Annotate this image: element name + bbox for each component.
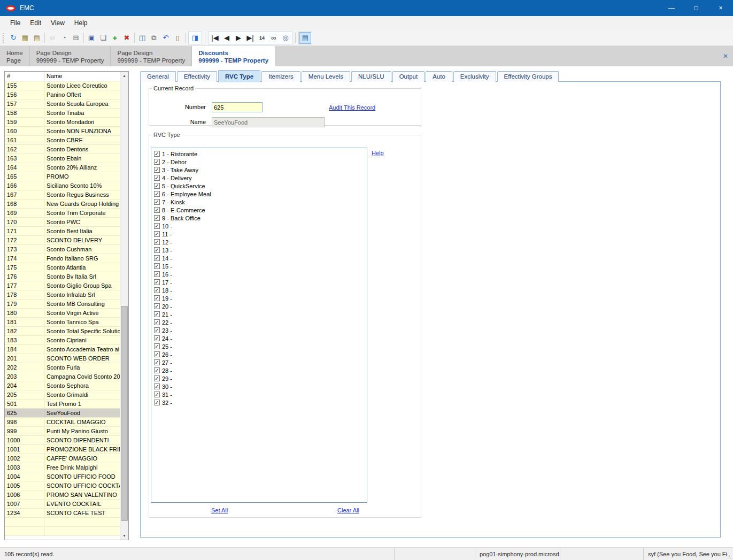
undo-icon[interactable]: ↶ bbox=[160, 32, 172, 44]
rvc-type-item[interactable]: ✓11 - bbox=[152, 230, 366, 238]
checkbox-icon[interactable]: ✓ bbox=[154, 271, 160, 277]
checkbox-icon[interactable]: ✓ bbox=[154, 351, 160, 357]
previous-record-icon[interactable]: ◀ bbox=[221, 32, 233, 44]
print-icon[interactable]: ⊟ bbox=[70, 32, 82, 44]
delete-record-icon[interactable]: ✖ bbox=[121, 32, 133, 44]
rvc-type-item[interactable]: ✓21 - bbox=[152, 310, 366, 318]
rvc-type-item[interactable]: ✓4 - Delivery bbox=[152, 174, 366, 182]
menu-item-view[interactable]: View bbox=[46, 17, 70, 29]
table-row[interactable]: 168New Guards Group Holding . bbox=[5, 200, 128, 209]
document-tab-discounts[interactable]: Discounts999999 - TEMP Property bbox=[192, 46, 275, 66]
grid-design-icon[interactable]: ▤ bbox=[31, 32, 43, 44]
tab-output[interactable]: Output bbox=[392, 71, 425, 82]
column-header-number[interactable]: # bbox=[5, 72, 44, 81]
clear-all-link[interactable]: Clear All bbox=[337, 507, 359, 513]
table-row[interactable]: 183Sconto Cipriani bbox=[5, 336, 128, 345]
table-row[interactable]: 167Sconto Regus Business bbox=[5, 190, 128, 200]
help-link[interactable]: Help bbox=[372, 150, 384, 156]
table-row[interactable]: 162Sconto Dentons bbox=[5, 145, 128, 154]
rvc-type-item[interactable]: ✓13 - bbox=[152, 246, 366, 254]
document-tab-page-design[interactable]: Page Design999999 - TEMP Property bbox=[111, 46, 192, 66]
rvc-type-item[interactable]: ✓16 - bbox=[152, 270, 366, 278]
table-row[interactable]: 179Sconto MB Consulting bbox=[5, 300, 128, 309]
find-icon[interactable]: ∞ bbox=[268, 32, 280, 44]
rvc-type-item[interactable]: ✓18 - bbox=[152, 286, 366, 294]
table-row[interactable]: 158Sconto Tinaba bbox=[5, 109, 128, 118]
table-row[interactable]: 1003Free Drink Malpighi bbox=[5, 463, 128, 472]
checkbox-icon[interactable]: ✓ bbox=[154, 247, 160, 253]
rvc-type-item[interactable]: ✓1 - Ristorante bbox=[152, 150, 366, 158]
tab-menu-levels[interactable]: Menu Levels bbox=[302, 71, 350, 82]
table-row[interactable]: 501Test Promo 1 bbox=[5, 400, 128, 409]
copy-record-icon[interactable]: ❏ bbox=[97, 32, 109, 44]
checkbox-icon[interactable]: ✓ bbox=[154, 343, 160, 349]
table-row[interactable]: 163Sconto Ebain bbox=[5, 154, 128, 163]
insert-record-icon[interactable]: + bbox=[109, 32, 121, 44]
table-row[interactable]: 165PROMO bbox=[5, 172, 128, 181]
table-row[interactable]: 177Sconto Giglio Group Spa bbox=[5, 281, 128, 290]
first-record-icon[interactable]: |◀ bbox=[209, 32, 221, 44]
table-row[interactable]: 159Sconto Mondadori bbox=[5, 118, 128, 127]
last-record-icon[interactable]: ▶| bbox=[244, 32, 256, 44]
scroll-thumb[interactable] bbox=[121, 306, 128, 521]
split-view-icon[interactable]: ◨ bbox=[189, 32, 201, 44]
tab-effectivity-groups[interactable]: Effectivity Groups bbox=[497, 71, 559, 82]
table-row[interactable]: 1006PROMO SAN VALENTINO bbox=[5, 490, 128, 500]
rvc-type-item[interactable]: ✓12 - bbox=[152, 238, 366, 246]
table-row[interactable]: 169Sconto Trim Corporate bbox=[5, 209, 128, 218]
checkbox-icon[interactable]: ✓ bbox=[154, 223, 160, 229]
copy-icon[interactable]: ⧉ bbox=[148, 32, 160, 44]
rvc-type-item[interactable]: ✓26 - bbox=[152, 350, 366, 358]
table-row[interactable]: 180Sconto Virgin Active bbox=[5, 309, 128, 318]
rvc-type-item[interactable]: ✓17 - bbox=[152, 278, 366, 286]
checkbox-icon[interactable]: ✓ bbox=[154, 383, 160, 389]
table-row[interactable]: 1004SCONTO UFFICIO FOOD bbox=[5, 472, 128, 481]
checkbox-icon[interactable]: ✓ bbox=[154, 319, 160, 325]
audit-trail-icon[interactable]: ◔ bbox=[58, 32, 70, 44]
table-row[interactable]: 202Sconto Furla bbox=[5, 363, 128, 372]
paste-icon[interactable]: ▯ bbox=[172, 32, 183, 44]
checkbox-icon[interactable]: ✓ bbox=[154, 359, 160, 365]
menu-item-file[interactable]: File bbox=[5, 17, 25, 29]
table-row[interactable]: 205Sconto Grimaldi bbox=[5, 390, 128, 400]
column-header-name[interactable]: Name bbox=[44, 72, 128, 81]
table-row[interactable]: 156Panino Offert bbox=[5, 90, 128, 99]
checkbox-icon[interactable]: ✓ bbox=[154, 167, 160, 173]
checkbox-icon[interactable]: ✓ bbox=[154, 375, 160, 381]
checkbox-icon[interactable]: ✓ bbox=[154, 255, 160, 261]
table-row[interactable]: 204Sconto Sephora bbox=[5, 381, 128, 390]
table-row[interactable]: 173Sconto Cushman bbox=[5, 245, 128, 254]
rvc-type-item[interactable]: ✓30 - bbox=[152, 382, 366, 390]
rvc-type-item[interactable]: ✓31 - bbox=[152, 390, 366, 398]
table-row[interactable]: 166Siciliano Sconto 10% bbox=[5, 181, 128, 190]
rvc-type-item[interactable]: ✓25 - bbox=[152, 342, 366, 350]
find-record-icon[interactable]: ◎ bbox=[280, 32, 291, 44]
rvc-type-item[interactable]: ✓20 - bbox=[152, 302, 366, 310]
table-row[interactable]: 182Sconto Total Specific Solutio bbox=[5, 327, 128, 336]
table-row[interactable]: 1005SCONTO UFFICIO COCKTA bbox=[5, 481, 128, 490]
menu-item-edit[interactable]: Edit bbox=[25, 17, 46, 29]
rvc-type-item[interactable]: ✓27 - bbox=[152, 358, 366, 366]
table-row[interactable]: 176Sconto Bv Italia Srl bbox=[5, 272, 128, 281]
checkbox-icon[interactable]: ✓ bbox=[154, 207, 160, 213]
table-row[interactable]: 170Sconto PWC bbox=[5, 218, 128, 227]
record-list-toggle-icon[interactable]: ▤ bbox=[299, 32, 311, 44]
rvc-type-item[interactable]: ✓28 - bbox=[152, 366, 366, 374]
table-row[interactable]: 1007EVENTO COCKTAIL bbox=[5, 500, 128, 509]
tab-effectivity[interactable]: Effectivity bbox=[177, 71, 217, 82]
rvc-type-item[interactable]: ✓14 - bbox=[152, 254, 366, 262]
rvc-type-item[interactable]: ✓2 - Dehor bbox=[152, 158, 366, 166]
rvc-type-item[interactable]: ✓32 - bbox=[152, 398, 366, 406]
next-record-icon[interactable]: ▶ bbox=[233, 32, 244, 44]
checkbox-icon[interactable]: ✓ bbox=[154, 311, 160, 317]
table-row[interactable]: 625SeeYouFood bbox=[5, 409, 128, 418]
save-icon[interactable]: ▣ bbox=[86, 32, 97, 44]
rvc-type-item[interactable]: ✓3 - Take Away bbox=[152, 166, 366, 174]
checkbox-icon[interactable]: ✓ bbox=[154, 159, 160, 165]
column-layout-icon[interactable]: ◫ bbox=[136, 32, 148, 44]
minimize-button[interactable]: — bbox=[659, 0, 684, 16]
checkbox-icon[interactable]: ✓ bbox=[154, 183, 160, 189]
table-row[interactable]: 155Sconto Liceo Coreutico bbox=[5, 81, 128, 90]
form-template-icon[interactable]: ▦ bbox=[19, 32, 31, 44]
checkbox-icon[interactable]: ✓ bbox=[154, 295, 160, 301]
